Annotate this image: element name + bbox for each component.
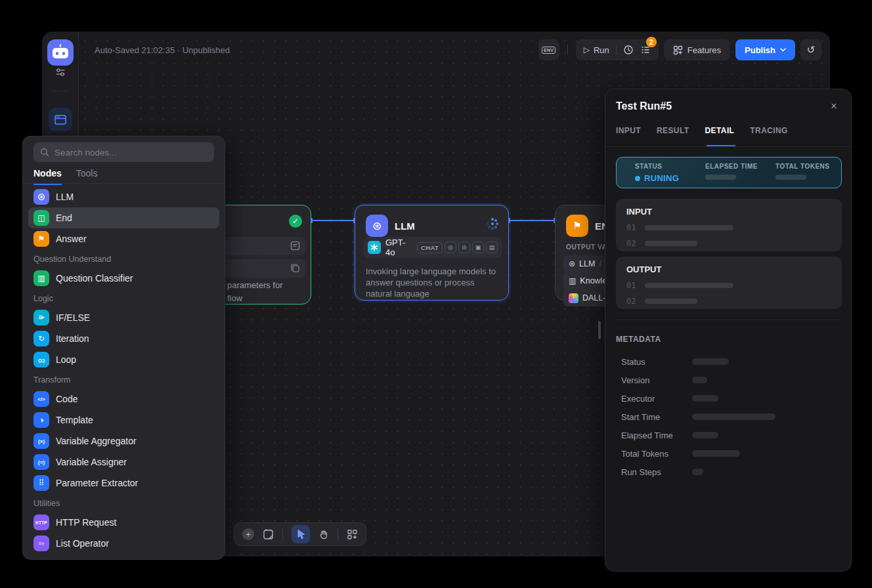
hand-tool-button[interactable] bbox=[318, 529, 329, 539]
node-item-variable-aggregator[interactable]: {x} Variable Aggregator bbox=[28, 430, 219, 452]
metadata-row: Executor bbox=[621, 394, 840, 403]
add-node-button[interactable]: ＋ bbox=[242, 528, 254, 540]
active-tab-underline bbox=[707, 145, 735, 146]
tab-tracing[interactable]: TRACING bbox=[750, 126, 787, 135]
document-capability-icon: ▤ bbox=[486, 242, 498, 253]
toolbar-divider bbox=[338, 528, 338, 540]
variable-assigner-icon: {=} bbox=[33, 454, 49, 470]
running-dot-icon bbox=[635, 176, 640, 181]
chevron-down-icon bbox=[780, 48, 786, 52]
success-check-icon: ✓ bbox=[289, 215, 302, 228]
tab-result[interactable]: RESULT bbox=[657, 126, 689, 135]
status-label: STATUS bbox=[635, 163, 679, 170]
llm-node-icon: ⊛ bbox=[366, 215, 388, 237]
publish-button[interactable]: Publish bbox=[735, 39, 795, 60]
metadata-row: Start Time bbox=[621, 412, 840, 421]
metadata-row: Elapsed Time bbox=[621, 430, 840, 440]
history-icon: ↺ bbox=[807, 44, 816, 56]
llm-node[interactable]: ⊛ LLM GPT-4o CHAT ◎ ılı ▣ ▤ Invoking lar… bbox=[355, 205, 509, 301]
features-button[interactable]: Features bbox=[664, 39, 730, 60]
group-header: Utilities bbox=[28, 494, 219, 512]
node-item-answer[interactable]: ⚑ Answer bbox=[28, 228, 219, 249]
skeleton-bar bbox=[692, 432, 718, 438]
close-icon[interactable]: × bbox=[826, 98, 842, 114]
node-item-llm[interactable]: ⊛ LLM bbox=[28, 186, 219, 207]
preview-window-button[interactable] bbox=[49, 108, 72, 131]
group-header: Transform bbox=[28, 370, 219, 388]
toolbar-divider bbox=[282, 528, 283, 540]
skeleton-bar bbox=[692, 469, 703, 475]
status-card: STATUS RUNING ELAPSED TIME TOTAL TOKENS bbox=[616, 157, 842, 188]
autosave-status: Auto-Saved 21:02:35 · Unpublished bbox=[95, 45, 230, 55]
metadata-row: Status bbox=[621, 357, 840, 366]
checklist-button[interactable]: 2 bbox=[640, 45, 651, 55]
test-run-panel: Test Run#5 × INPUT RESULT DETAIL TRACING… bbox=[605, 89, 852, 572]
skeleton-bar bbox=[645, 283, 733, 288]
end-icon: ◫ bbox=[33, 210, 49, 226]
openai-icon bbox=[368, 241, 381, 254]
node-item-iteration[interactable]: ↻ Iteration bbox=[28, 328, 219, 349]
auto-layout-button[interactable] bbox=[347, 529, 358, 540]
node-item-variable-assigner[interactable]: {=} Variable Assigner bbox=[28, 452, 219, 472]
skeleton-bar bbox=[645, 299, 697, 304]
tab-input[interactable]: INPUT bbox=[616, 126, 641, 135]
node-item-question-classifier[interactable]: ▥ Question Classifier bbox=[28, 268, 219, 289]
variable-aggregator-icon: {x} bbox=[33, 433, 49, 449]
skeleton-bar bbox=[645, 225, 733, 230]
env-variables-button[interactable]: ENV bbox=[538, 39, 559, 60]
features-icon bbox=[673, 45, 683, 55]
output-card: OUTPUT 01 02 bbox=[616, 257, 842, 309]
node-item-http-request[interactable]: HTTP HTTP Request bbox=[28, 512, 219, 533]
node-item-loop[interactable]: ∞ Loop bbox=[28, 349, 219, 370]
notification-badge: 2 bbox=[646, 37, 657, 47]
parameter-extractor-icon: ⠿ bbox=[33, 475, 49, 491]
node-item-end[interactable]: ◫ End bbox=[28, 207, 219, 228]
node-list: ⊛ LLM ◫ End ⚑ Answer Question Understand… bbox=[23, 184, 225, 559]
skeleton-bar bbox=[692, 395, 718, 402]
list-operator-icon: ≡▿ bbox=[33, 536, 49, 551]
model-selector[interactable]: GPT-4o CHAT ◎ ılı ▣ ▤ bbox=[363, 237, 502, 258]
app-icon[interactable] bbox=[47, 39, 74, 66]
panel-resize-handle[interactable] bbox=[598, 321, 601, 339]
top-bar: Auto-Saved 21:02:35 · Unpublished ENV ▷ … bbox=[79, 32, 830, 68]
sliders-icon[interactable] bbox=[55, 67, 66, 77]
run-history-icon[interactable] bbox=[623, 45, 634, 55]
loop-icon: ∞ bbox=[33, 352, 49, 368]
node-item-parameter-extractor[interactable]: ⠿ Parameter Extractor bbox=[28, 472, 219, 494]
play-icon: ▷ bbox=[584, 45, 590, 54]
iteration-icon: ↻ bbox=[33, 331, 49, 346]
pointer-tool-button[interactable] bbox=[292, 525, 310, 543]
knowledge-icon: ▥ bbox=[569, 276, 576, 285]
metadata-divider bbox=[616, 320, 840, 320]
topbar-divider bbox=[567, 45, 568, 55]
node-item-list-operator[interactable]: ≡▿ List Operator bbox=[28, 533, 219, 554]
input-title: INPUT bbox=[626, 207, 831, 217]
node-item-if-else[interactable]: ⋔ IF/ELSE bbox=[28, 307, 219, 328]
add-note-button[interactable] bbox=[263, 529, 274, 540]
window-icon bbox=[54, 115, 66, 125]
panel-divider bbox=[605, 146, 851, 147]
panel-title: Test Run#5 bbox=[616, 100, 672, 112]
pointer-cursor-icon bbox=[296, 529, 306, 539]
metadata-row: Total Tokens bbox=[621, 449, 840, 458]
elapsed-time-label: ELAPSED TIME bbox=[705, 163, 758, 170]
run-button[interactable]: ▷ Run bbox=[584, 45, 609, 55]
skeleton-bar bbox=[692, 413, 775, 420]
skeleton-bar bbox=[775, 175, 806, 180]
end-node-icon: ⚑ bbox=[566, 215, 588, 237]
if-else-icon: ⋔ bbox=[33, 310, 49, 326]
canvas-toolbar: ＋ bbox=[234, 522, 366, 546]
tab-detail[interactable]: DETAIL bbox=[705, 126, 735, 135]
skeleton-bar bbox=[692, 450, 740, 457]
node-item-code[interactable]: </> Code bbox=[28, 388, 219, 410]
model-name: GPT-4o bbox=[385, 238, 412, 257]
llm-ref-icon: ⊛ bbox=[569, 259, 575, 268]
http-request-icon: HTTP bbox=[33, 514, 49, 530]
start-node-description: parameters for flow bbox=[227, 279, 283, 305]
search-input[interactable]: Search nodes... bbox=[33, 142, 214, 162]
llm-node-description: Invoking large language models to answer… bbox=[366, 266, 500, 299]
node-item-template[interactable]: ◑ Template bbox=[28, 410, 219, 430]
version-history-button[interactable]: ↺ bbox=[800, 39, 821, 60]
question-classifier-icon: ▥ bbox=[33, 270, 49, 286]
sidebar-divider bbox=[53, 91, 68, 91]
